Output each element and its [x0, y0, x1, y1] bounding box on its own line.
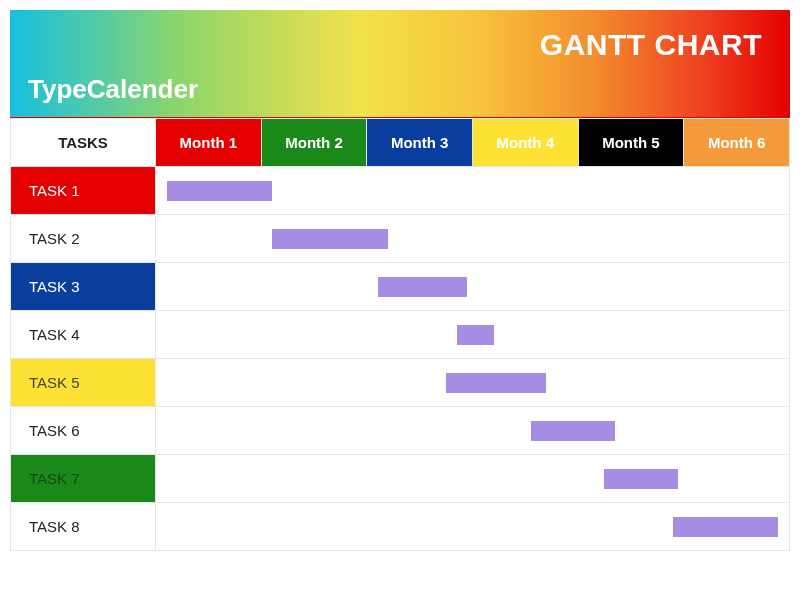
- table-row: TASK 5: [11, 359, 790, 407]
- task-8-track: [156, 503, 790, 551]
- task-5-label: TASK 5: [11, 359, 156, 407]
- task-1-bar: [167, 181, 273, 201]
- task-3-label: TASK 3: [11, 263, 156, 311]
- task-5-track: [156, 359, 790, 407]
- table-row: TASK 6: [11, 407, 790, 455]
- task-7-label: TASK 7: [11, 455, 156, 503]
- month-5-header: Month 5: [578, 119, 684, 167]
- task-1-label: TASK 1: [11, 167, 156, 215]
- task-2-label: TASK 2: [11, 215, 156, 263]
- task-8-bar: [673, 517, 779, 537]
- month-4-header: Month 4: [472, 119, 578, 167]
- gantt-body: TASK 1 TASK 2 TASK 3 TASK 4 TASK 5 TASK …: [11, 167, 790, 551]
- tasks-column-header: TASKS: [11, 119, 156, 167]
- gantt-table: TASKS Month 1 Month 2 Month 3 Month 4 Mo…: [10, 118, 790, 551]
- task-2-track: [156, 215, 790, 263]
- task-4-track: [156, 311, 790, 359]
- task-6-track: [156, 407, 790, 455]
- month-3-header: Month 3: [367, 119, 473, 167]
- month-6-header: Month 6: [684, 119, 790, 167]
- chart-title: GANTT CHART: [32, 28, 762, 62]
- task-3-track: [156, 263, 790, 311]
- task-5-bar: [446, 373, 546, 393]
- task-2-bar: [272, 229, 388, 249]
- task-6-bar: [531, 421, 615, 441]
- task-7-track: [156, 455, 790, 503]
- table-row: TASK 4: [11, 311, 790, 359]
- header-row: TASKS Month 1 Month 2 Month 3 Month 4 Mo…: [11, 119, 790, 167]
- table-row: TASK 1: [11, 167, 790, 215]
- brand-name: TypeCalender: [28, 74, 198, 105]
- table-row: TASK 8: [11, 503, 790, 551]
- table-row: TASK 3: [11, 263, 790, 311]
- month-1-header: Month 1: [156, 119, 262, 167]
- month-2-header: Month 2: [261, 119, 367, 167]
- task-8-label: TASK 8: [11, 503, 156, 551]
- table-row: TASK 2: [11, 215, 790, 263]
- task-7-bar: [604, 469, 678, 489]
- task-3-bar: [378, 277, 468, 297]
- task-1-track: [156, 167, 790, 215]
- task-6-label: TASK 6: [11, 407, 156, 455]
- task-4-label: TASK 4: [11, 311, 156, 359]
- header-banner: GANTT CHART TypeCalender: [10, 10, 790, 118]
- table-row: TASK 7: [11, 455, 790, 503]
- task-4-bar: [457, 325, 494, 345]
